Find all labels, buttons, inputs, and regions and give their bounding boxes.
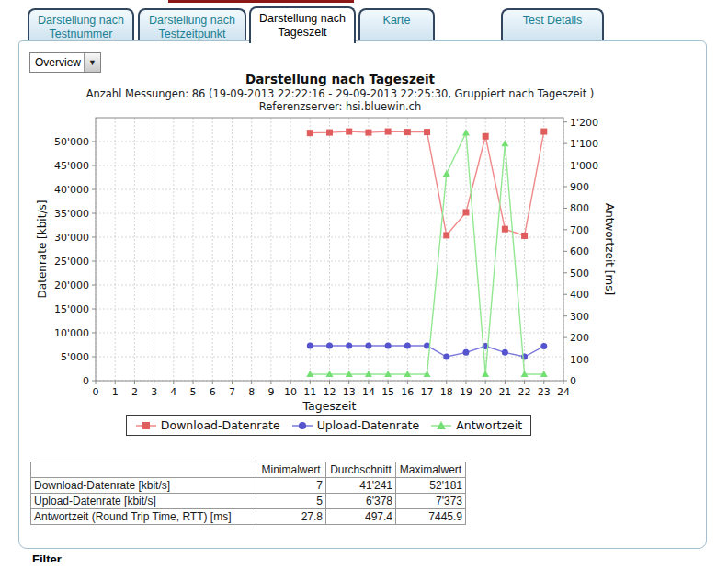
- svg-text:11: 11: [303, 386, 316, 398]
- stats-header-row: Minimalwert Durchschnitt Maximalwert: [31, 462, 466, 478]
- legend-label: Download-Datenrate: [161, 418, 280, 432]
- tab-darstellung-nach-testzeitpunkt[interactable]: Darstellung nach Testzeitpunkt: [138, 8, 246, 40]
- svg-text:20'000: 20'000: [54, 279, 89, 291]
- tab-darstellung-nach-tageszeit[interactable]: Darstellung nach Tageszeit: [249, 6, 356, 43]
- svg-text:200: 200: [570, 332, 589, 344]
- svg-text:600: 600: [570, 245, 589, 257]
- svg-text:0: 0: [83, 375, 89, 387]
- svg-text:400: 400: [570, 289, 589, 301]
- tab-label: Darstellung nach: [140, 14, 245, 28]
- svg-text:0: 0: [93, 386, 99, 398]
- legend-label: Antwortzeit: [456, 418, 522, 432]
- stats-header-maximalwert: Maximalwert: [396, 462, 466, 478]
- svg-text:9: 9: [267, 386, 274, 398]
- legend-item-upload: Upload-Datenrate: [291, 418, 420, 432]
- upload-marker-icon: [291, 421, 313, 430]
- svg-text:100: 100: [570, 354, 589, 366]
- chevron-down-icon[interactable]: ▼: [84, 53, 100, 72]
- svg-text:300: 300: [570, 311, 589, 323]
- svg-text:10: 10: [284, 386, 297, 398]
- tab-label: Karte: [360, 14, 433, 28]
- table-row: Antwortzeit (Round Trip Time, RTT) [ms] …: [31, 509, 466, 525]
- svg-text:3: 3: [151, 386, 157, 398]
- legend-box: Download-Datenrate Upload-Datenrate Antw…: [126, 415, 531, 436]
- table-row: Download-Datenrate [kbit/s] 7 41'241 52'…: [31, 478, 466, 494]
- antwortzeit-marker-icon: [430, 421, 452, 430]
- svg-text:1'200: 1'200: [570, 117, 598, 129]
- row-avg: 41'241: [326, 478, 396, 494]
- svg-text:17: 17: [421, 386, 434, 398]
- tab-karte[interactable]: Karte: [358, 8, 435, 40]
- svg-text:15: 15: [381, 386, 394, 398]
- legend-label: Upload-Datenrate: [317, 418, 420, 432]
- top-accent-bar: [168, 0, 354, 3]
- chart-title: Darstellung nach Tageszeit: [37, 72, 643, 86]
- svg-text:20: 20: [479, 386, 492, 398]
- svg-text:1'000: 1'000: [570, 160, 598, 172]
- svg-text:13: 13: [343, 386, 356, 398]
- svg-text:15'000: 15'000: [54, 303, 89, 315]
- svg-text:7: 7: [229, 386, 235, 398]
- svg-text:12: 12: [324, 386, 336, 398]
- row-max: 7'373: [396, 494, 466, 509]
- tab-label: Darstellung nach: [29, 14, 132, 28]
- chart-canvas: 05'00010'00015'00020'00025'00030'00035'0…: [28, 108, 630, 416]
- tab-label: Testzeitpunkt: [140, 28, 245, 41]
- tab-label: Testnummer: [29, 28, 132, 41]
- svg-text:900: 900: [570, 181, 589, 193]
- svg-text:1: 1: [112, 386, 119, 398]
- legend-item-antwortzeit: Antwortzeit: [430, 418, 522, 432]
- tab-label: Darstellung nach: [251, 12, 354, 26]
- svg-text:30'000: 30'000: [54, 232, 89, 244]
- download-marker-icon: [135, 421, 157, 430]
- row-avg: 497.4: [326, 509, 396, 525]
- row-max: 7445.9: [396, 509, 466, 525]
- svg-text:5: 5: [190, 386, 197, 398]
- svg-text:14: 14: [362, 386, 375, 398]
- stats-header-minimalwert: Minimalwert: [256, 462, 326, 478]
- chart-plot-area: 05'00010'00015'00020'00025'00030'00035'0…: [28, 108, 630, 416]
- svg-text:Antwortzeit [ms]: Antwortzeit [ms]: [603, 203, 616, 295]
- svg-text:10'000: 10'000: [54, 327, 89, 339]
- chart-legend: Download-Datenrate Upload-Datenrate Antw…: [28, 415, 630, 436]
- stats-header-durchschnitt: Durchschnitt: [326, 462, 396, 478]
- svg-text:24: 24: [557, 386, 570, 398]
- tab-darstellung-nach-testnummer[interactable]: Darstellung nach Testnummer: [28, 8, 134, 40]
- view-select-value: Overview: [30, 56, 84, 69]
- svg-text:8: 8: [248, 386, 255, 398]
- svg-text:700: 700: [570, 224, 589, 236]
- svg-text:4: 4: [170, 386, 176, 398]
- row-label: Download-Datenrate [kbit/s]: [31, 478, 256, 494]
- svg-text:18: 18: [440, 386, 453, 398]
- row-min: 27.8: [256, 509, 326, 525]
- row-min: 7: [256, 478, 326, 494]
- svg-text:25'000: 25'000: [54, 256, 89, 268]
- tab-test-details[interactable]: Test Details: [501, 8, 604, 40]
- svg-text:50'000: 50'000: [54, 136, 89, 148]
- chart-subtitle-messungen: Anzahl Messungen: 86 (19-09-2013 22:22:1…: [28, 87, 653, 100]
- svg-text:800: 800: [570, 202, 589, 214]
- tab-label: Tageszeit: [251, 26, 354, 40]
- stats-header-empty: [31, 462, 256, 478]
- svg-text:Tageszeit: Tageszeit: [302, 399, 357, 413]
- svg-text:45'000: 45'000: [54, 160, 89, 172]
- row-min: 5: [256, 494, 326, 509]
- filter-section-heading: Filter: [32, 553, 106, 562]
- svg-text:1'100: 1'100: [570, 138, 598, 150]
- legend-item-download: Download-Datenrate: [135, 418, 280, 432]
- row-max: 52'181: [396, 478, 466, 494]
- svg-text:19: 19: [460, 386, 472, 398]
- table-row: Upload-Datenrate [kbit/s] 5 6'378 7'373: [31, 494, 466, 509]
- svg-text:35'000: 35'000: [54, 208, 89, 220]
- svg-text:40'000: 40'000: [54, 184, 89, 196]
- svg-text:23: 23: [538, 386, 551, 398]
- svg-text:Datenrate [kbit/s]: Datenrate [kbit/s]: [36, 200, 49, 299]
- stats-table: Minimalwert Durchschnitt Maximalwert Dow…: [30, 462, 466, 525]
- svg-text:5'000: 5'000: [61, 351, 89, 363]
- row-label: Upload-Datenrate [kbit/s]: [31, 494, 256, 509]
- svg-text:2: 2: [131, 386, 138, 398]
- view-select[interactable]: Overview ▼: [29, 52, 101, 73]
- svg-text:6: 6: [210, 386, 216, 398]
- svg-text:0: 0: [570, 375, 576, 387]
- svg-text:21: 21: [498, 386, 511, 398]
